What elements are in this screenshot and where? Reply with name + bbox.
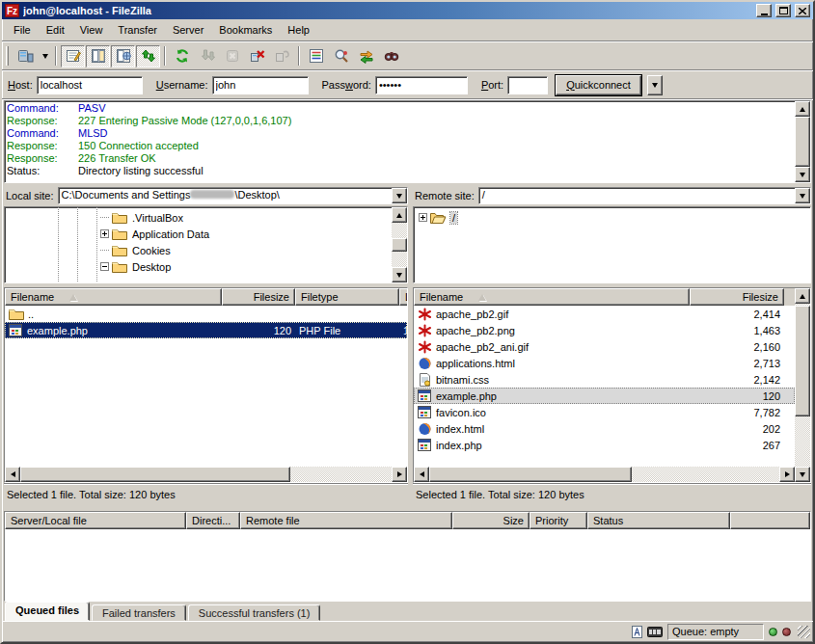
cancel-button[interactable] bbox=[220, 45, 244, 67]
tree-item[interactable]: Application Data bbox=[5, 226, 392, 242]
column-header-filetype[interactable]: Filetype bbox=[295, 288, 399, 306]
port-input[interactable] bbox=[507, 76, 548, 94]
menu-item-file[interactable]: File bbox=[6, 21, 39, 39]
scrollbar-thumb[interactable] bbox=[429, 467, 632, 482]
remote-tree-toggle-button[interactable] bbox=[111, 45, 135, 67]
disconnect-button[interactable] bbox=[245, 45, 269, 67]
column-header-priority[interactable]: Priority bbox=[530, 512, 587, 529]
resize-grip[interactable] bbox=[798, 626, 810, 638]
column-header-remote-file[interactable]: Remote file bbox=[240, 512, 452, 529]
local-tree-scrollbar[interactable] bbox=[392, 207, 407, 282]
scrollbar-thumb[interactable] bbox=[795, 117, 810, 167]
message-log-scrollbar[interactable] bbox=[795, 101, 810, 182]
find-files-button[interactable] bbox=[379, 45, 403, 67]
tree-item[interactable]: .VirtualBox bbox=[5, 209, 392, 226]
scrollbar-track[interactable] bbox=[795, 304, 810, 467]
file-row[interactable]: index.php267 bbox=[414, 437, 795, 453]
maximize-button[interactable] bbox=[775, 4, 791, 17]
column-header-server-local-file[interactable]: Server/Local file bbox=[5, 512, 186, 529]
scroll-up-button[interactable] bbox=[795, 101, 810, 117]
tab-successful-transfers-1[interactable]: Successful transfers (1) bbox=[188, 604, 321, 621]
sync-browsing-button[interactable] bbox=[354, 45, 378, 67]
menu-item-transfer[interactable]: Transfer bbox=[110, 21, 165, 39]
file-row[interactable]: bitnami.css2,142 bbox=[414, 371, 795, 388]
scrollbar-track[interactable] bbox=[795, 117, 810, 167]
php-file-icon bbox=[418, 406, 432, 419]
file-row[interactable]: apache_pb2.png1,463 bbox=[414, 322, 795, 338]
process-queue-button[interactable] bbox=[195, 45, 219, 67]
file-row[interactable]: example.php120PHP File1 bbox=[5, 322, 407, 338]
file-row[interactable]: applications.html2,713 bbox=[414, 355, 795, 371]
local-site-dropdown-button[interactable] bbox=[392, 188, 407, 203]
scroll-right-button[interactable] bbox=[392, 467, 407, 482]
menu-item-view[interactable]: View bbox=[72, 21, 111, 39]
menu-item-server[interactable]: Server bbox=[165, 21, 211, 39]
file-name-cell: favicon.ico bbox=[414, 406, 690, 419]
password-input[interactable] bbox=[375, 76, 468, 94]
close-button[interactable] bbox=[795, 4, 810, 17]
log-toggle-button[interactable] bbox=[61, 45, 85, 67]
filter-button[interactable] bbox=[304, 45, 328, 67]
scroll-up-button[interactable] bbox=[795, 288, 810, 304]
host-input[interactable] bbox=[37, 76, 143, 94]
file-row[interactable]: favicon.ico7,782 bbox=[414, 404, 795, 420]
remote-site-combobox[interactable]: / bbox=[478, 187, 811, 204]
column-header-size[interactable]: Size bbox=[452, 512, 530, 529]
column-header-l[interactable]: L bbox=[399, 288, 407, 306]
scroll-left-button[interactable] bbox=[414, 467, 429, 482]
tree-expander-plus[interactable] bbox=[419, 213, 427, 222]
column-header-status[interactable]: Status bbox=[587, 512, 730, 529]
site-manager-dropdown-button[interactable] bbox=[39, 45, 51, 67]
remote-site-dropdown-button[interactable] bbox=[795, 188, 810, 203]
minimize-button[interactable] bbox=[756, 4, 772, 17]
tree-item[interactable]: / bbox=[414, 209, 810, 226]
tree-expander-plus[interactable] bbox=[100, 229, 109, 238]
column-header-directi[interactable]: Directi... bbox=[186, 512, 240, 529]
scrollbar-thumb[interactable] bbox=[795, 306, 810, 416]
scroll-down-button[interactable] bbox=[795, 467, 810, 482]
column-header-filesize[interactable]: Filesize bbox=[222, 288, 295, 306]
column-header-filesize[interactable]: Filesize bbox=[690, 288, 784, 306]
remote-hscrollbar[interactable] bbox=[414, 467, 795, 482]
column-header-filename[interactable]: Filename bbox=[5, 288, 222, 306]
column-header-filename[interactable]: Filename bbox=[414, 288, 690, 306]
scrollbar-thumb[interactable] bbox=[392, 238, 407, 252]
file-row[interactable]: index.html202 bbox=[414, 420, 795, 437]
scrollbar-track[interactable] bbox=[20, 467, 392, 482]
log-line: Response:226 Transfer OK bbox=[7, 152, 793, 165]
scroll-down-button[interactable] bbox=[795, 167, 810, 182]
username-input[interactable] bbox=[212, 76, 309, 94]
compare-button[interactable] bbox=[329, 45, 353, 67]
scroll-down-button[interactable] bbox=[392, 267, 407, 282]
tree-item[interactable]: Cookies bbox=[5, 242, 392, 258]
tree-item[interactable]: Desktop bbox=[5, 258, 392, 275]
scrollbar-track[interactable] bbox=[429, 467, 779, 482]
queue-header: Server/Local fileDirecti...Remote fileSi… bbox=[5, 512, 810, 529]
tree-expander-minus[interactable] bbox=[100, 262, 109, 271]
quickconnect-button[interactable]: Quickconnect bbox=[556, 75, 641, 95]
tab-failed-transfers[interactable]: Failed transfers bbox=[92, 604, 186, 621]
toolbar-grip[interactable] bbox=[6, 46, 9, 66]
reconnect-button[interactable] bbox=[270, 45, 294, 67]
scroll-left-button[interactable] bbox=[5, 467, 20, 482]
file-row[interactable]: .. bbox=[5, 306, 407, 322]
scroll-right-button[interactable] bbox=[779, 467, 795, 482]
scroll-up-button[interactable] bbox=[392, 207, 407, 223]
file-row[interactable]: apache_pb2_ani.gif2,160 bbox=[414, 338, 795, 355]
local-hscrollbar[interactable] bbox=[5, 467, 407, 482]
quickconnect-dropdown-button[interactable] bbox=[647, 75, 663, 95]
queue-toggle-button[interactable] bbox=[136, 45, 160, 67]
menu-item-bookmarks[interactable]: Bookmarks bbox=[211, 21, 280, 39]
site-manager-button[interactable] bbox=[14, 45, 38, 67]
local-tree-toggle-button[interactable] bbox=[86, 45, 110, 67]
menu-item-edit[interactable]: Edit bbox=[39, 21, 72, 39]
scrollbar-track[interactable] bbox=[392, 223, 407, 267]
remote-vscrollbar[interactable] bbox=[795, 288, 810, 482]
local-site-combobox[interactable]: C:\Documents and Settings\Desktop\ bbox=[58, 187, 408, 204]
file-row[interactable]: example.php120 bbox=[414, 388, 795, 404]
menu-item-help[interactable]: Help bbox=[280, 21, 317, 39]
scrollbar-thumb[interactable] bbox=[20, 467, 290, 482]
refresh-button[interactable] bbox=[170, 45, 194, 67]
tab-queued-files[interactable]: Queued files bbox=[5, 602, 90, 621]
file-row[interactable]: apache_pb2.gif2,414 bbox=[414, 306, 795, 322]
